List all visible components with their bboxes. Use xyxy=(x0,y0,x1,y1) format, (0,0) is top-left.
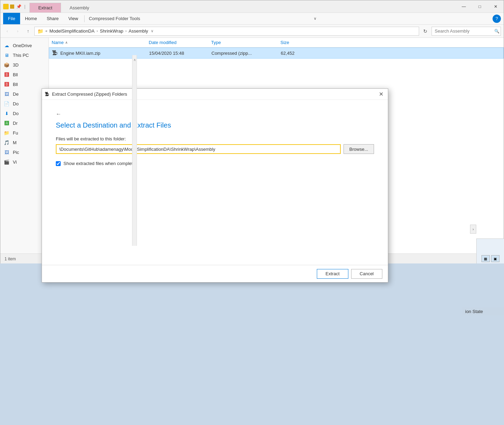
minimize-button[interactable]: — xyxy=(456,0,472,13)
dialog-path-section: Files will be extracted to this folder: … xyxy=(56,136,374,154)
ribbon-tab-file[interactable]: File xyxy=(3,13,20,24)
dr-icon: 🅰 xyxy=(3,120,10,127)
do2-icon: ⬇ xyxy=(3,110,10,117)
de-icon: 🖼 xyxy=(3,90,10,97)
right-panel-view-icons: ▦ ▣ xyxy=(481,255,499,262)
3d-icon: 📦 xyxy=(3,61,10,68)
do1-icon: 📄 xyxy=(3,100,10,107)
file-row-engine[interactable]: 🗜 Engine MKII.iam.zip 15/04/2020 15:48 C… xyxy=(49,47,504,59)
up-button[interactable]: ↑ xyxy=(24,27,32,35)
dialog-back-arrow[interactable]: ← xyxy=(56,111,61,117)
tab-assembly[interactable]: Assembly xyxy=(61,3,98,12)
ribbon-tab-share[interactable]: Share xyxy=(42,13,64,24)
title-tabs: Extract Assembly xyxy=(29,0,456,12)
tab-extract[interactable]: Extract xyxy=(29,3,61,12)
bll1-icon: 🅱 xyxy=(3,71,10,78)
ribbon-dropdown-arrow[interactable]: ∨ xyxy=(314,16,316,21)
bll2-icon: 🅱 xyxy=(3,81,10,88)
col-name[interactable]: Name ∧ xyxy=(52,40,149,45)
right-panel-expand-button[interactable]: › xyxy=(470,225,476,234)
title-bar: 📌 | Extract Assembly — □ ✕ xyxy=(0,0,504,13)
dialog-title-bar: 🗜 Extract Compressed (Zipped) Folders ✕ xyxy=(42,89,388,100)
breadcrumb-sep-1: › xyxy=(97,29,98,33)
ion-state-label: ion State xyxy=(462,307,504,315)
sidebar-item-bll1[interactable]: 🅱 Bll xyxy=(0,70,49,79)
ribbon: File Home Share View Compressed Folder T… xyxy=(0,13,504,25)
dialog-footer: Extract Cancel xyxy=(42,265,388,282)
dialog-path-row: Browse... xyxy=(56,144,374,154)
cancel-button[interactable]: Cancel xyxy=(351,269,382,279)
ribbon-separator xyxy=(84,15,85,22)
folder-icon-small xyxy=(3,4,9,9)
pic-icon: 🖼 xyxy=(3,149,10,156)
col-type[interactable]: Type xyxy=(211,40,280,45)
right-panel-hint: ▦ ▣ xyxy=(476,238,504,263)
dialog-checkbox-row: Show extracted files when complete xyxy=(56,161,374,166)
expand-right-arrow-icon: › xyxy=(472,227,474,231)
dialog-path-input[interactable] xyxy=(56,144,341,154)
help-button[interactable]: ? xyxy=(493,15,501,23)
address-path[interactable]: 📁 « ModelSimplificationDA › ShrinkWrap ›… xyxy=(34,27,419,36)
dialog-browse-button[interactable]: Browse... xyxy=(344,144,374,154)
close-button[interactable]: ✕ xyxy=(488,0,504,13)
file-list-header: Name ∧ Date modified Type Size xyxy=(49,38,504,47)
rp-icon-1[interactable]: ▦ xyxy=(481,255,490,262)
dialog-title-text: Extract Compressed (Zipped) Folders xyxy=(52,92,377,97)
dialog-zip-icon: 🗜 xyxy=(45,92,49,97)
dialog-path-label: Files will be extracted to this folder: xyxy=(56,136,374,141)
thispc-icon: 🖥 xyxy=(3,52,10,59)
show-extracted-label: Show extracted files when complete xyxy=(63,161,135,166)
title-separator: | xyxy=(24,4,25,9)
item-count: 1 item xyxy=(5,257,16,261)
dialog-body: ← Select a Destination and Extract Files… xyxy=(42,100,388,265)
sidebar-collapse-handle[interactable]: ∧ xyxy=(132,55,137,246)
sidebar-item-onedrive[interactable]: ☁ OneDrive xyxy=(0,41,49,50)
dialog-close-button[interactable]: ✕ xyxy=(377,90,385,98)
refresh-button[interactable]: ↻ xyxy=(421,27,429,35)
sidebar-item-thispc[interactable]: 🖥 This PC xyxy=(0,50,49,60)
ribbon-tab-home[interactable]: Home xyxy=(20,13,42,24)
breadcrumb-part-3: Assembly xyxy=(129,28,148,34)
ribbon-tab-view[interactable]: View xyxy=(63,13,83,24)
forward-button[interactable]: › xyxy=(14,27,22,35)
breadcrumb-prefix: « xyxy=(45,29,47,33)
m-icon: 🎵 xyxy=(3,139,10,146)
breadcrumb-part-2: ShrinkWrap xyxy=(100,28,123,34)
address-bar: ‹ › ↑ 📁 « ModelSimplificationDA › Shrink… xyxy=(0,25,504,38)
background-area xyxy=(0,263,504,425)
show-extracted-checkbox[interactable] xyxy=(56,161,61,166)
vi-icon: 🎬 xyxy=(3,158,10,165)
zip-file-icon: 🗜 xyxy=(52,50,58,56)
address-dropdown-arrow[interactable]: ∨ xyxy=(151,29,154,33)
fu-icon: 📁 xyxy=(3,129,10,136)
maximize-button[interactable]: □ xyxy=(472,0,488,13)
title-bar-left: 📌 | xyxy=(0,0,29,12)
extract-button[interactable]: Extract xyxy=(317,269,348,279)
onedrive-icon: ☁ xyxy=(3,42,10,49)
path-folder-icon: 📁 xyxy=(37,28,43,34)
extract-dialog: 🗜 Extract Compressed (Zipped) Folders ✕ … xyxy=(42,88,388,283)
window-controls: — □ ✕ xyxy=(456,0,504,12)
sidebar-item-bll2[interactable]: 🅱 Bll xyxy=(0,79,49,89)
dialog-back-row: ← xyxy=(56,111,374,117)
folder-icon-tiny xyxy=(10,5,14,9)
sort-arrow-name: ∧ xyxy=(65,41,68,44)
breadcrumb-part-1: ModelSimplificationDA xyxy=(50,28,95,34)
col-date[interactable]: Date modified xyxy=(149,40,211,45)
rp-icon-2[interactable]: ▣ xyxy=(491,255,499,262)
col-size[interactable]: Size xyxy=(280,40,501,45)
breadcrumb-sep-2: › xyxy=(125,29,127,33)
back-button[interactable]: ‹ xyxy=(3,27,11,35)
sidebar-item-3d[interactable]: 📦 3D xyxy=(0,60,49,70)
search-icon: 🔍 xyxy=(494,29,499,34)
dialog-heading: Select a Destination and Extract Files xyxy=(56,121,374,129)
compress-tools-label: Compressed Folder Tools xyxy=(89,16,140,21)
search-box: 🔍 xyxy=(432,27,501,36)
quick-access-pin-icon: 📌 xyxy=(16,4,21,9)
search-input[interactable] xyxy=(435,28,493,34)
